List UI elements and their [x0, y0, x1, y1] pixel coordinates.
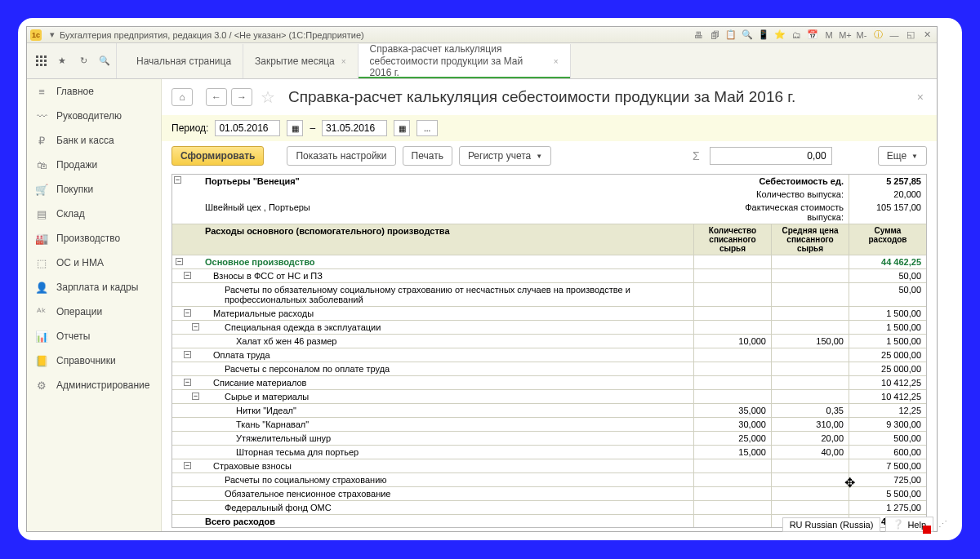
window-restore-icon[interactable]: ◱ [904, 29, 917, 42]
sidebar-item-icon: 📊 [35, 330, 48, 343]
report-row: −Сырье и материалы10 412,25 [172, 390, 926, 404]
show-settings-button[interactable]: Показать настройки [287, 146, 395, 166]
report-row: −Специальная одежда в эксплуатации1 500,… [172, 321, 926, 335]
tb-icon-3[interactable]: 📋 [724, 29, 737, 42]
sidebar-item[interactable]: 📒Справочники [27, 348, 161, 373]
history-icon[interactable]: ↻ [76, 54, 91, 69]
tab-close-icon[interactable]: × [341, 57, 346, 66]
calendar-from-icon[interactable]: ▦ [287, 120, 303, 136]
sidebar-item[interactable]: ≡Главное [27, 79, 161, 104]
sidebar-item[interactable]: 👤Зарплата и кадры [27, 275, 161, 299]
window-minimize-icon[interactable]: — [888, 29, 901, 42]
more-dropdown[interactable]: Еще▼ [878, 146, 927, 166]
window-titlebar: 1c ▾ Бухгалтерия предприятия, редакция 3… [27, 27, 937, 43]
move-cursor-icon: ✥ [844, 475, 855, 490]
sidebar-item-label: Покупки [56, 184, 93, 195]
tb-icon-4[interactable]: 🔍 [741, 29, 754, 42]
tb-icon-2[interactable]: 🗐 [708, 29, 721, 42]
col-header-qty: Количество списанного сырья [693, 224, 771, 255]
resize-grip-icon[interactable]: ⋰ [938, 519, 947, 530]
report-row: −Взносы в ФСС от НС и ПЗ50,00 [172, 269, 926, 283]
row-label: Сырье и материалы [202, 390, 693, 403]
period-label: Период: [172, 122, 208, 134]
report-area[interactable]: − Портьеры "Венеция"Себестоимость ед.5 2… [172, 174, 927, 528]
sidebar-item-icon: 🛒 [35, 183, 48, 196]
sidebar-item[interactable]: ▤Склад [27, 202, 161, 226]
tree-toggle-icon[interactable]: − [192, 393, 199, 400]
tab-close-icon[interactable]: × [554, 57, 559, 66]
tree-toggle-icon[interactable]: − [184, 272, 191, 279]
row-label: Основное производство [202, 255, 693, 268]
language-indicator[interactable]: RU Russian (Russia) [782, 517, 881, 532]
report-row: Расчеты с персоналом по оплате труда25 0… [172, 362, 926, 376]
calendar-to-icon[interactable]: ▦ [394, 120, 410, 136]
tree-toggle-icon[interactable]: − [184, 351, 191, 358]
sidebar-item[interactable]: ⬚ОС и НМА [27, 251, 161, 275]
tb-icon-calc[interactable]: 📱 [757, 29, 770, 42]
sidebar-item[interactable]: ⚙Администрирование [27, 373, 161, 397]
main-content: ⌂ ← → ☆ Справка-расчет калькуляция себес… [162, 79, 937, 531]
tb-icon-star[interactable]: ⭐ [773, 29, 786, 42]
report-row: −Основное производство44 462,25 [172, 255, 926, 269]
favorite-toggle-icon[interactable]: ☆ [261, 87, 275, 107]
page-title: Справка-расчет калькуляция себестоимости… [288, 88, 795, 106]
sidebar-item[interactable]: ₽Банк и касса [27, 128, 161, 153]
sidebar-item[interactable]: 🛒Покупки [27, 177, 161, 202]
sidebar-item-icon: 📒 [35, 354, 48, 367]
sidebar-item[interactable]: ᴬᵏОперации [27, 299, 161, 324]
sidebar-item[interactable]: 🏭Производство [27, 226, 161, 251]
sidebar-item-icon: ▤ [35, 207, 48, 220]
tree-toggle-icon[interactable]: − [176, 258, 183, 265]
titlebar-dropdown-icon[interactable]: ▾ [45, 28, 60, 42]
red-marker [923, 526, 931, 534]
tb-m[interactable]: M [822, 29, 835, 42]
sidebar-item-label: Склад [56, 208, 85, 220]
page-close-icon[interactable]: × [914, 87, 927, 107]
tb-icon-7[interactable]: 📅 [806, 29, 819, 42]
period-to-input[interactable]: 31.05.2016 [322, 120, 387, 136]
apps-grid-icon[interactable] [33, 54, 48, 69]
period-select-button[interactable]: ... [416, 120, 438, 136]
tab-month-close[interactable]: Закрытие месяца× [243, 44, 359, 78]
tb-info-icon[interactable]: ⓘ [871, 29, 884, 42]
tree-toggle-icon[interactable]: − [192, 323, 199, 331]
row-label: Обязательное пенсионное страхование [202, 487, 693, 500]
row-label: Утяжелительный шнур [202, 432, 693, 445]
col-header-main: Расходы основного (вспомогательного) про… [202, 224, 693, 255]
tree-toggle-icon[interactable]: − [184, 309, 191, 317]
sidebar-item[interactable]: 〰Руководителю [27, 104, 161, 128]
row-label: Взносы в ФСС от НС и ПЗ [202, 269, 693, 282]
generate-button[interactable]: Сформировать [172, 146, 264, 166]
sidebar-item-label: Справочники [56, 355, 116, 366]
sidebar-item[interactable]: 🛍Продажи [27, 153, 161, 177]
home-button[interactable]: ⌂ [172, 88, 193, 106]
row-label: Всего расходов [202, 515, 693, 528]
sidebar-item[interactable]: 📊Отчеты [27, 324, 161, 348]
report-row: −Материальные расходы1 500,00 [172, 307, 926, 321]
register-dropdown[interactable]: Регистр учета▼ [459, 146, 551, 166]
tb-icon-6[interactable]: 🗂 [790, 29, 803, 42]
favorite-star-icon[interactable]: ★ [55, 54, 69, 69]
tree-toggle-icon[interactable]: − [174, 176, 181, 184]
tree-toggle-icon[interactable]: − [184, 462, 191, 469]
col-header-avg: Средняя цена списанного сырья [771, 224, 849, 255]
sum-field[interactable] [710, 147, 832, 165]
nav-forward-button[interactable]: → [231, 88, 252, 106]
window-close-icon[interactable]: ✕ [920, 29, 933, 42]
tab-cost-report[interactable]: Справка-расчет калькуляция себестоимости… [359, 44, 571, 78]
nav-back-button[interactable]: ← [206, 88, 227, 106]
row-label: Оплата труда [202, 348, 693, 362]
tree-toggle-icon[interactable]: − [184, 379, 191, 386]
row-label: Ткань "Карнавал" [202, 418, 693, 431]
sidebar-item-icon: ᴬᵏ [35, 305, 48, 318]
tb-m-minus[interactable]: M- [855, 29, 868, 42]
search-icon[interactable]: 🔍 [97, 54, 112, 69]
print-button[interactable]: Печать [403, 146, 452, 166]
sidebar-item-label: Зарплата и кадры [56, 282, 138, 293]
tb-icon-1[interactable]: 🖶 [692, 29, 705, 42]
tab-start-page[interactable]: Начальная страница [125, 44, 243, 78]
sidebar-item-icon: ⬚ [35, 256, 48, 269]
tb-m-plus[interactable]: M+ [839, 29, 852, 42]
sidebar-item-icon: 👤 [35, 281, 48, 294]
period-from-input[interactable]: 01.05.2016 [215, 120, 280, 136]
